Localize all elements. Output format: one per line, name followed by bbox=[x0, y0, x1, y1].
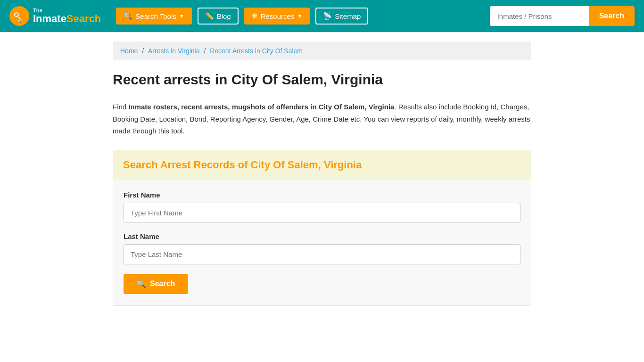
logo-text: The InmateSearch bbox=[33, 8, 101, 25]
resources-button[interactable]: ❋ Resources ▼ bbox=[244, 8, 310, 25]
description-prefix: Find bbox=[113, 103, 128, 111]
breadcrumb-sep-2: / bbox=[204, 47, 207, 55]
resources-icon: ❋ bbox=[252, 12, 258, 20]
search-tools-icon: 🔍 bbox=[124, 12, 132, 20]
last-name-label: Last Name bbox=[124, 232, 520, 240]
description-bold: Inmate rosters, recent arrests, mugshots… bbox=[128, 103, 394, 111]
header-search-button[interactable]: Search bbox=[589, 6, 635, 26]
search-submit-button[interactable]: 🔍 Search bbox=[124, 274, 188, 294]
page-description: Find Inmate rosters, recent arrests, mug… bbox=[113, 101, 531, 137]
header-search-input[interactable] bbox=[490, 6, 589, 26]
blog-label: Blog bbox=[217, 12, 231, 20]
breadcrumb-sep-1: / bbox=[142, 47, 146, 55]
blog-icon: ✏️ bbox=[205, 12, 214, 20]
search-section-title: Search Arrest Records of City Of Salem, … bbox=[123, 159, 521, 171]
sitemap-button[interactable]: 📡 Sitemap bbox=[315, 8, 368, 25]
resources-label: Resources bbox=[261, 12, 295, 20]
breadcrumb-current[interactable]: Recent Arrests in City Of Salem bbox=[210, 47, 303, 55]
sitemap-icon: 📡 bbox=[323, 12, 332, 20]
search-section: Search Arrest Records of City Of Salem, … bbox=[113, 150, 531, 306]
resources-caret-icon: ▼ bbox=[297, 13, 302, 19]
page-title: Recent arrests in City Of Salem, Virgini… bbox=[113, 72, 531, 88]
first-name-label: First Name bbox=[124, 191, 520, 199]
first-name-group: First Name bbox=[124, 191, 520, 223]
breadcrumb-home[interactable]: Home bbox=[120, 47, 138, 55]
search-section-header: Search Arrest Records of City Of Salem, … bbox=[113, 150, 531, 180]
svg-text:🔍: 🔍 bbox=[17, 19, 22, 24]
svg-point-2 bbox=[15, 13, 18, 16]
blog-button[interactable]: ✏️ Blog bbox=[198, 8, 239, 25]
last-name-group: Last Name bbox=[124, 232, 520, 264]
logo-icon: 🔍 bbox=[9, 6, 29, 26]
header-search-area: Search bbox=[490, 6, 635, 26]
search-form: First Name Last Name 🔍 Search bbox=[113, 180, 531, 306]
sitemap-label: Sitemap bbox=[335, 12, 361, 20]
search-submit-icon: 🔍 bbox=[137, 280, 146, 288]
search-submit-label: Search bbox=[150, 280, 175, 288]
search-tools-label: Search Tools bbox=[135, 12, 176, 20]
breadcrumb: Home / Arrests in Virginia / Recent Arre… bbox=[113, 41, 531, 60]
site-logo[interactable]: 🔍 The InmateSearch bbox=[9, 6, 101, 26]
header-search-button-label: Search bbox=[599, 12, 624, 20]
breadcrumb-arrests-virginia[interactable]: Arrests in Virginia bbox=[148, 47, 199, 55]
first-name-input[interactable] bbox=[124, 203, 520, 223]
search-tools-button[interactable]: 🔍 Search Tools ▼ bbox=[116, 8, 191, 25]
search-tools-caret-icon: ▼ bbox=[179, 13, 184, 19]
main-content: Home / Arrests in Virginia / Recent Arre… bbox=[105, 32, 539, 315]
last-name-input[interactable] bbox=[124, 244, 520, 264]
